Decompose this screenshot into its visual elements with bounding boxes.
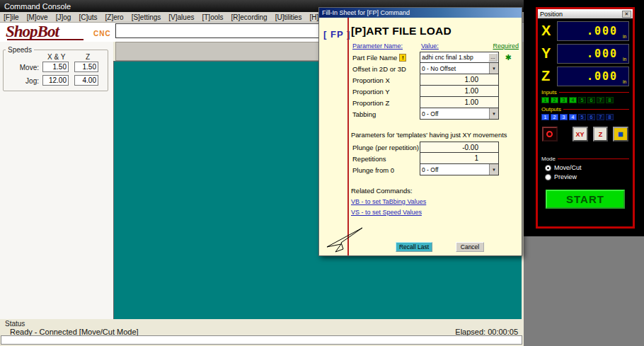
menu-values[interactable]: [V]alues [168,13,194,21]
mode-move-cut-label: Move/Cut [554,164,582,171]
menu-recording[interactable]: [R]ecording [231,13,267,21]
outputs-section-label: Outputs [541,106,629,113]
offset-value: 0 - No Offset [420,65,489,72]
radio-selected-icon[interactable] [545,165,551,171]
input-led-2: 2 [551,97,558,103]
plunge-from-0-value: 0 - Off [420,166,489,173]
output-led-3: 3 [560,114,568,120]
output-led-1: 1 [541,114,549,120]
proportion-z-label: Proportion Z [352,99,389,107]
axis-y-label: Y [541,45,557,62]
plunge-value: -0.00 [462,144,478,151]
offset-dropdown[interactable]: 0 - No Offset ▼ [420,63,499,74]
tabbing-dropdown[interactable]: 0 - Off ▼ [420,108,499,120]
menu-zero[interactable]: [Z]ero [105,13,124,21]
speeds-col-z: Z [86,53,90,61]
menu-settings[interactable]: [S]ettings [132,13,161,21]
left-panel: Speeds X & Y Z Move: Jog: [0,42,113,319]
link-vb-tabbing[interactable]: VB - to set TaBbing Values [351,198,426,205]
cancel-button[interactable]: Cancel [456,242,484,252]
start-button[interactable]: START [546,190,625,209]
param-row-part-file: Part File Name ! adhi cnc final 1.sbp ..… [351,52,519,63]
menu-utilities[interactable]: [U]tilities [275,13,302,21]
menu-jog[interactable]: [J]og [56,13,71,21]
input-led-8: 8 [606,97,614,103]
jog-z-input[interactable] [74,75,98,86]
axis-z-value: .000 [587,70,618,83]
axis-x-readout: .000 in [557,21,629,41]
recall-last-button[interactable]: Recall Last [396,242,432,252]
dialog-heading: [P]ART FILE LOAD [351,25,519,38]
arrow-doodle [322,226,364,254]
axis-row-y: Y .000 in [541,43,629,64]
axis-y-value: .000 [587,47,618,60]
proportion-y-field[interactable]: 1.00 [420,86,499,97]
dialog-titlebar[interactable]: Fill-In Sheet for [FP] Command [319,8,522,18]
close-icon[interactable]: ✕ [622,11,631,18]
col-value: Value: [421,42,439,50]
axis-z-readout: .000 in [557,67,629,86]
mode-option-move-cut[interactable]: Move/Cut [545,164,633,171]
menu-cuts[interactable]: [C]uts [79,13,97,21]
proportion-x-value: 1.00 [465,76,478,83]
input-led-1: 1 [541,97,549,103]
param-table-templates: Plunge (per repetition) -0.00 Repetition… [351,142,519,175]
menu-tools[interactable]: [T]ools [202,13,223,21]
position-titlebar[interactable]: Position ✕ [538,9,633,18]
dialog-title: Fill-In Sheet for [FP] Command [322,9,410,16]
link-vs-speed[interactable]: VS - to set Speed Values [351,209,422,216]
plunge-from-0-dropdown[interactable]: 0 - Off ▼ [420,164,499,175]
move-z-input[interactable] [74,62,98,72]
input-led-4: 4 [569,97,577,103]
output-led-4: 4 [569,114,577,120]
param-row-proportion-y: Proportion Y 1.00 [351,86,519,97]
mode-option-preview[interactable]: Preview [545,173,633,180]
input-led-7: 7 [597,97,604,103]
proportion-z-field[interactable]: 1.00 [420,97,499,108]
plunge-from-0-label: Plunge from 0 [352,166,394,174]
proportion-y-label: Proportion Y [352,88,390,96]
divider-line [559,92,629,93]
desktop: Command Console [F]ile [M]ove [J]og [C]u… [0,0,644,346]
repetitions-value: 1 [474,154,478,162]
proportion-z-value: 1.00 [465,98,478,106]
divider-line [563,109,629,110]
axis-y-readout: .000 in [557,44,629,64]
input-led-row: 1 2 3 4 5 6 7 8 [541,97,629,103]
chevron-down-icon[interactable]: ▼ [489,108,498,119]
jog-xy-input[interactable] [42,75,69,86]
chevron-down-icon[interactable]: ▼ [489,164,498,175]
proportion-x-field[interactable]: 1.00 [420,74,499,86]
plunge-field[interactable]: -0.00 [420,142,499,153]
proportion-y-value: 1.00 [465,87,478,95]
param-row-proportion-x: Proportion X 1.00 [351,74,519,86]
dialog-body: [ FP ] [P]ART FILE LOAD Parameter Name: … [319,18,522,255]
browse-button[interactable]: ... [488,53,498,62]
col-required: Required [493,42,519,50]
radio-unselected-icon[interactable] [545,174,551,180]
part-file-field[interactable]: adhi cnc final 1.sbp ... [420,52,499,63]
zero-xy-button[interactable]: XY [573,127,588,142]
axis-x-label: X [541,23,557,39]
mode-section: Mode Move/Cut Preview [538,156,633,180]
logo-underline [7,39,84,40]
position-window: Position ✕ X .000 in Y .000 in Z .000 in [536,7,635,229]
spindle-indicator-button[interactable] [542,127,558,142]
move-label: Move: [9,64,39,71]
param-table: Part File Name ! adhi cnc final 1.sbp ..… [351,52,519,120]
warning-icon[interactable]: ! [399,54,406,62]
speeds-panel: Speeds X & Y Z Move: Jog: [3,46,108,91]
column-headers: Parameter Name: Value: Required [351,42,519,52]
repetitions-field[interactable]: 1 [420,153,499,164]
axis-row-z: Z .000 in [541,66,629,86]
output-led-7: 7 [597,114,604,120]
col-parameter-name: Parameter Name: [352,42,403,50]
output-led-5: 5 [578,114,586,120]
menu-file[interactable]: [F]ile [4,13,19,21]
menu-move[interactable]: [M]ove [27,13,48,21]
chevron-down-icon[interactable]: ▼ [489,63,498,74]
zero-z-button[interactable]: Z [593,127,609,142]
move-xy-input[interactable] [42,62,69,72]
speeds-col-xy: X & Y [47,53,65,61]
edge-tool-button[interactable]: ▦ [613,127,628,142]
